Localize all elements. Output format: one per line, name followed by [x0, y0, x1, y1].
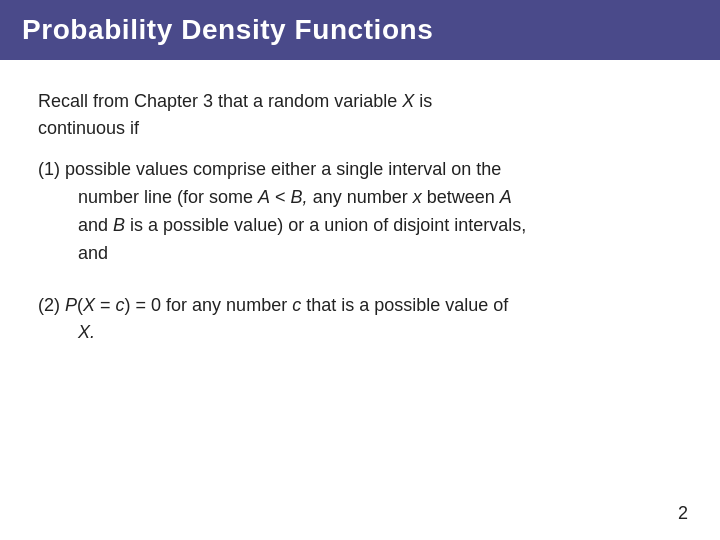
recall-paragraph: Recall from Chapter 3 that a random vari…: [38, 88, 682, 142]
item1-text1: possible values comprise either a single…: [65, 159, 501, 179]
recall-text-1: Recall from Chapter 3 that a random vari…: [38, 91, 397, 111]
item2-var-x3: X.: [78, 322, 95, 342]
item2-text1: P(X = c) = 0 for any number c that is a …: [65, 295, 508, 315]
title-bar: Probability Density Functions: [0, 0, 720, 60]
item2-indent: X.: [38, 319, 682, 347]
item1-var-b2: B: [113, 215, 125, 235]
item1-var-x: x: [413, 187, 422, 207]
item1-var-a2: A: [500, 187, 512, 207]
content-area: Recall from Chapter 3 that a random vari…: [0, 88, 720, 347]
slide-number: 2: [678, 503, 688, 524]
slide: Probability Density Functions Recall fro…: [0, 0, 720, 540]
item2-paragraph: (2) P(X = c) = 0 for any number c that i…: [38, 292, 682, 348]
slide-title: Probability Density Functions: [22, 14, 433, 45]
item2-var-c: c: [116, 295, 125, 315]
item1-paragraph: (1) possible values comprise either a si…: [38, 156, 682, 268]
item1-line4: and: [78, 243, 108, 263]
item1-var-a: A: [258, 187, 270, 207]
recall-var-x: X: [402, 91, 414, 111]
recall-text-2: is: [419, 91, 432, 111]
item1-label: (1): [38, 159, 60, 179]
item1-var-b: B,: [291, 187, 308, 207]
item2-var-x2: X: [83, 295, 95, 315]
recall-text-3: continuous if: [38, 118, 139, 138]
item2-var-c2: c: [292, 295, 301, 315]
item1-line2-start: number line (for some A < B, any number …: [78, 187, 512, 207]
item2-label: (2): [38, 295, 60, 315]
item1-indent: number line (for some A < B, any number …: [38, 184, 682, 268]
item2-var-px: P: [65, 295, 77, 315]
item1-line3: and B is a possible value) or a union of…: [78, 215, 526, 235]
